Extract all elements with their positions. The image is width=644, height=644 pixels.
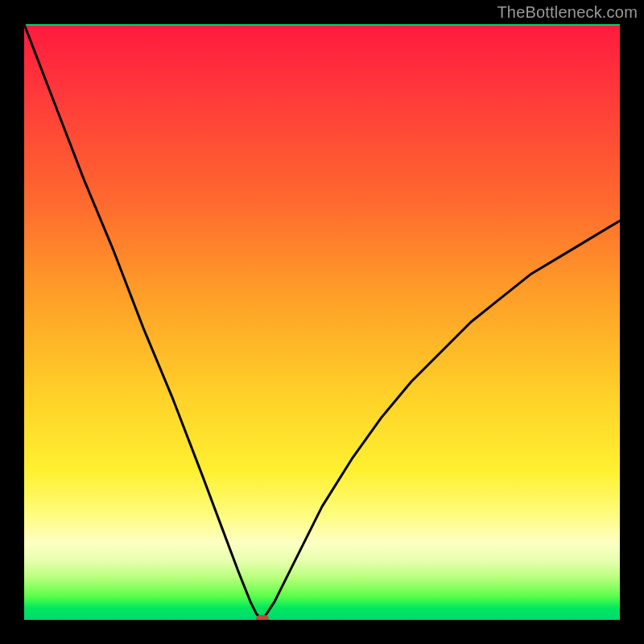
chart-frame: TheBottleneck.com xyxy=(0,0,644,644)
watermark-text: TheBottleneck.com xyxy=(497,3,638,22)
plot-area xyxy=(24,24,620,620)
bottleneck-curve xyxy=(24,24,620,620)
optimum-marker-icon xyxy=(256,615,269,620)
